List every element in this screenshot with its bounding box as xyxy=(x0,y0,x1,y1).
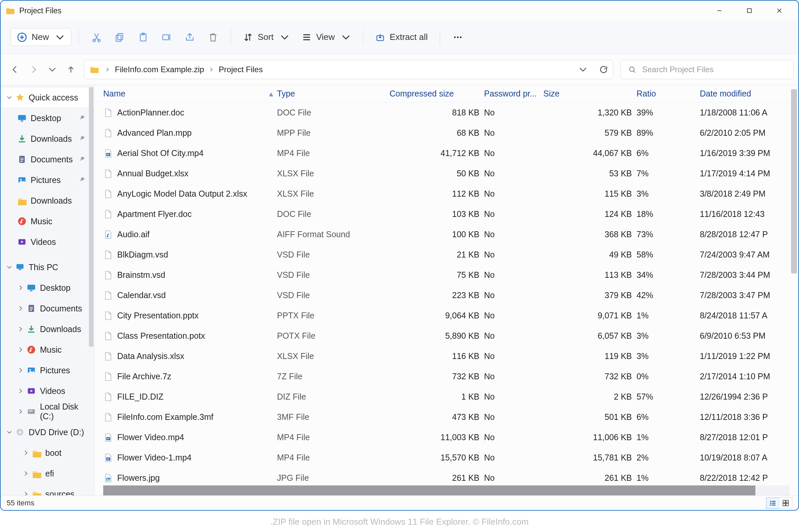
file-password: No xyxy=(484,305,543,326)
sidebar-item[interactable]: Downloads xyxy=(1,319,94,339)
file-row[interactable]: Aerial Shot Of City.mp4 MP4 File 41,712 … xyxy=(103,143,798,163)
sidebar-item[interactable]: efi xyxy=(1,463,94,484)
file-row[interactable]: Class Presentation.potx POTX File 5,890 … xyxy=(103,326,798,346)
sidebar-item[interactable]: Pictures xyxy=(1,170,94,190)
col-password[interactable]: Password pr... xyxy=(484,85,543,102)
file-name-cell: Data Analysis.xlsx xyxy=(103,346,277,366)
file-row[interactable]: Audio.aif AIFF Format Sound 100 KB No 36… xyxy=(103,224,798,245)
extract-all-button[interactable]: Extract all xyxy=(371,29,432,45)
sidebar-item[interactable]: Videos xyxy=(1,232,94,252)
sidebar-item[interactable]: Videos xyxy=(1,381,94,401)
file-date: 12/26/1994 2:36 P xyxy=(700,386,787,407)
sidebar-item[interactable]: Documents xyxy=(1,298,94,319)
file-password: No xyxy=(484,143,543,163)
cut-button[interactable] xyxy=(86,30,107,45)
file-row[interactable]: Apartment Flyer.doc DOC File 103 KB No 1… xyxy=(103,204,798,224)
share-button[interactable] xyxy=(180,30,200,45)
sidebar-item[interactable]: Documents xyxy=(1,149,94,170)
file-row[interactable]: BlkDiagm.vsd VSD File 21 KB No 49 KB 58%… xyxy=(103,245,798,265)
chevron-down-icon xyxy=(5,264,14,270)
file-row[interactable]: Flower Video.mp4 MP4 File 11,003 KB No 1… xyxy=(103,427,798,448)
rename-button[interactable] xyxy=(156,30,177,45)
back-button[interactable] xyxy=(9,64,21,75)
refresh-button[interactable] xyxy=(599,65,608,74)
horizontal-scrollbar[interactable] xyxy=(103,486,790,495)
col-size[interactable]: Size xyxy=(543,85,636,102)
sidebar-item[interactable]: boot xyxy=(1,442,94,463)
music-icon xyxy=(16,216,28,226)
file-size: 15,781 KB xyxy=(543,448,636,468)
sidebar-scrollbar[interactable] xyxy=(89,87,94,347)
paste-button[interactable] xyxy=(133,30,153,45)
item-count: 55 items xyxy=(7,499,34,507)
up-button[interactable] xyxy=(65,64,77,75)
file-row[interactable]: City Presentation.pptx PPTX File 9,064 K… xyxy=(103,305,798,326)
vertical-scrollbar[interactable] xyxy=(791,89,797,273)
file-icon xyxy=(103,432,113,443)
arrow-up-icon xyxy=(66,65,76,74)
file-row[interactable]: Flower Video-1.mp4 MP4 File 15,570 KB No… xyxy=(103,448,798,468)
file-ratio: 1% xyxy=(636,305,700,326)
address-bar[interactable]: FileInfo.com Example.zip Project Files xyxy=(84,60,613,79)
sidebar-item[interactable]: Desktop xyxy=(1,278,94,298)
file-password: No xyxy=(484,407,543,427)
sidebar-item[interactable]: Pictures xyxy=(1,360,94,381)
new-button[interactable]: New xyxy=(11,28,71,46)
copy-button[interactable] xyxy=(110,30,130,45)
search-input[interactable] xyxy=(642,65,786,74)
col-name[interactable]: Name▴ xyxy=(103,85,277,102)
sidebar-item[interactable]: Local Disk (C:) xyxy=(1,401,94,422)
sidebar-item[interactable]: Music xyxy=(1,339,94,360)
separator xyxy=(78,30,79,45)
col-ratio[interactable]: Ratio xyxy=(636,85,700,102)
file-row[interactable]: FILE_ID.DIZ DIZ File 1 KB No 2 KB 57% 12… xyxy=(103,386,798,407)
file-row[interactable]: File Archive.7z 7Z File 732 KB No 732 KB… xyxy=(103,366,798,386)
minimize-button[interactable] xyxy=(704,1,735,21)
col-type[interactable]: Type xyxy=(277,85,390,102)
file-row[interactable]: Flowers.jpg JPG File 261 KB No 261 KB 1%… xyxy=(103,468,798,486)
file-row[interactable]: FileInfo.com Example.3mf 3MF File 473 KB… xyxy=(103,407,798,427)
file-row[interactable]: ActionPlanner.doc DOC File 818 KB No 1,3… xyxy=(103,102,798,123)
file-row[interactable]: Annual Budget.xlsx XLSX File 50 KB No 53… xyxy=(103,163,798,184)
extract-label: Extract all xyxy=(390,32,428,42)
sidebar-item[interactable]: Downloads xyxy=(1,190,94,211)
file-row[interactable]: AnyLogic Model Data Output 2.xlsx XLSX F… xyxy=(103,184,798,204)
address-dropdown[interactable] xyxy=(578,65,588,74)
sidebar-item[interactable]: Music xyxy=(1,211,94,232)
thumbnails-view-button[interactable] xyxy=(779,497,792,509)
breadcrumb-folder[interactable]: Project Files xyxy=(219,65,263,74)
sort-button[interactable]: Sort xyxy=(238,29,294,45)
delete-button[interactable] xyxy=(203,30,223,45)
chevron-down-icon xyxy=(48,65,57,74)
maximize-button[interactable] xyxy=(735,1,764,21)
file-date: 6/9/2010 6:53 PM xyxy=(700,326,787,346)
view-button[interactable]: View xyxy=(297,29,356,45)
sidebar-item[interactable]: Desktop xyxy=(1,108,94,129)
search-box[interactable] xyxy=(620,60,794,79)
file-row[interactable]: Brainstm.vsd VSD File 75 KB No 113 KB 34… xyxy=(103,265,798,285)
file-type: VSD File xyxy=(277,245,390,265)
file-type: POTX File xyxy=(277,326,390,346)
scrollbar-thumb[interactable] xyxy=(103,486,756,495)
forward-button[interactable] xyxy=(28,64,39,75)
sidebar-this-pc[interactable]: This PC xyxy=(1,257,94,278)
close-button[interactable] xyxy=(764,1,794,21)
file-type: VSD File xyxy=(277,265,390,285)
details-view-button[interactable] xyxy=(766,497,779,509)
col-date[interactable]: Date modified xyxy=(700,85,787,102)
sidebar-item[interactable]: Downloads xyxy=(1,129,94,149)
file-row[interactable]: Advanced Plan.mpp MPP File 68 KB No 579 … xyxy=(103,123,798,143)
file-compressed: 41,712 KB xyxy=(390,143,484,163)
file-password: No xyxy=(484,346,543,366)
file-size: 9,071 KB xyxy=(543,305,636,326)
more-button[interactable] xyxy=(447,30,468,45)
breadcrumb-zip[interactable]: FileInfo.com Example.zip xyxy=(115,65,204,74)
file-compressed: 5,890 KB xyxy=(390,326,484,346)
sidebar-dvd-drive[interactable]: DVD Drive (D:) xyxy=(1,422,94,442)
sidebar-item[interactable]: sources xyxy=(1,484,94,495)
sidebar-quick-access[interactable]: Quick access xyxy=(1,87,94,108)
file-row[interactable]: Data Analysis.xlsx XLSX File 116 KB No 1… xyxy=(103,346,798,366)
recent-button[interactable] xyxy=(47,64,58,75)
col-compressed[interactable]: Compressed size xyxy=(390,85,484,102)
file-row[interactable]: Calendar.vsd VSD File 223 KB No 379 KB 4… xyxy=(103,285,798,305)
